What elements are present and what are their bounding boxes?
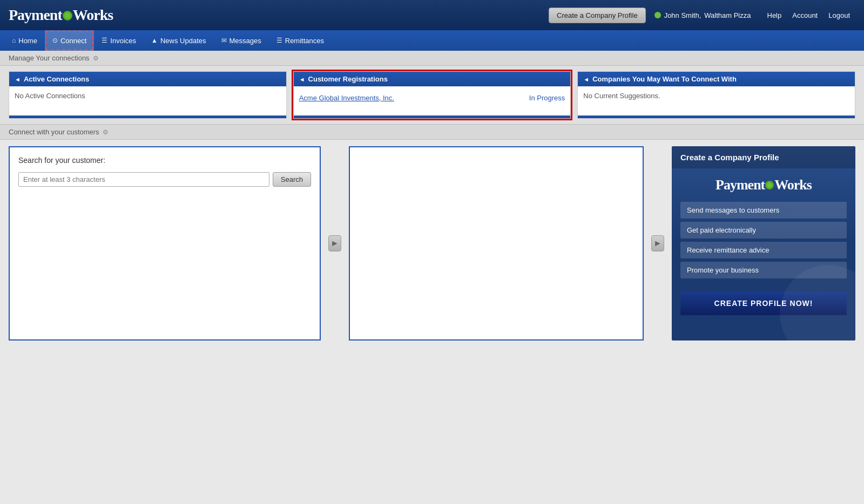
active-connections-footer: [9, 115, 286, 118]
feature-item-payments[interactable]: Get paid electronically: [680, 222, 847, 239]
search-row: Search: [18, 172, 311, 187]
panel-arrow-icon: ◄: [15, 76, 21, 83]
active-connections-header: ◄ Active Connections: [9, 72, 286, 86]
header-right: Create a Company Profile John Smith, Wal…: [549, 8, 855, 23]
active-connections-panel: ◄ Active Connections No Active Connectio…: [9, 71, 287, 119]
panel-arrow-icon-3: ◄: [583, 76, 589, 83]
nav-item-invoices[interactable]: ☰ Invoices: [94, 30, 144, 51]
news-icon: ▲: [151, 37, 158, 44]
logo: PaymentWorks: [9, 6, 113, 24]
registration-row: Acme Global Investments, Inc. In Progres…: [299, 92, 565, 104]
connect-icon: ⊙: [52, 37, 58, 44]
account-link[interactable]: Account: [787, 9, 823, 22]
connect-customers-title: Connect with your customers: [9, 128, 99, 136]
active-connections-empty: No Active Connections: [15, 92, 85, 100]
user-name: John Smith,: [664, 11, 701, 19]
subheader-info-icon: ⚙: [93, 55, 99, 62]
middle-panel: [349, 146, 644, 340]
active-connections-body: No Active Connections: [9, 86, 286, 113]
nav-item-messages[interactable]: ✉ Messages: [214, 30, 269, 51]
feature-item-messages[interactable]: Send messages to customers: [680, 202, 847, 219]
home-icon: ⌂: [12, 37, 16, 44]
active-connections-title: Active Connections: [24, 75, 89, 83]
feature-item-remittance[interactable]: Receive remittance advice: [680, 242, 847, 258]
suggestions-body: No Current Suggestions.: [578, 86, 855, 113]
nav-label-connect: Connect: [60, 37, 86, 45]
logo-o-icon: [63, 11, 72, 21]
connect-customers-subheader: Connect with your customers ⚙: [0, 124, 864, 140]
nav-item-connect[interactable]: ⊙ Connect: [45, 30, 94, 51]
header-links: Help Account Logout: [762, 9, 856, 22]
profile-logo-o-icon: [765, 181, 774, 189]
help-link[interactable]: Help: [762, 9, 787, 22]
search-to-middle-arrow-container: ►: [327, 146, 342, 340]
header: PaymentWorks Create a Company Profile Jo…: [0, 0, 864, 30]
search-panel: Search for your customer: Search: [9, 146, 321, 340]
nav-label-news-updates: News Updates: [160, 37, 206, 45]
middle-to-profile-arrow-container: ►: [650, 146, 665, 340]
connect-customers-icon: ⚙: [103, 128, 109, 136]
customer-registrations-body: Acme Global Investments, Inc. In Progres…: [294, 86, 571, 113]
suggestions-footer: [578, 115, 855, 118]
nav-label-messages: Messages: [230, 37, 261, 45]
manage-connections-title: Manage Your connections: [9, 54, 90, 62]
invoices-icon: ☰: [102, 37, 107, 44]
nav-item-home[interactable]: ⌂ Home: [4, 30, 45, 51]
nav-item-news-updates[interactable]: ▲ News Updates: [144, 30, 213, 51]
feature-item-promote[interactable]: Promote your business: [680, 262, 847, 278]
profile-panel-title: Create a Company Profile: [680, 153, 779, 162]
next-arrow-button[interactable]: ►: [328, 235, 341, 251]
nav-label-invoices: Invoices: [110, 37, 136, 45]
customer-search-input[interactable]: [18, 172, 269, 187]
profile-panel-header: Create a Company Profile: [672, 146, 855, 168]
remittances-icon: ☰: [276, 37, 282, 44]
next-arrow-button-2[interactable]: ►: [651, 235, 664, 251]
create-profile-now-button[interactable]: CREATE PROFILE NOW!: [680, 291, 847, 315]
customer-registrations-title: Customer Registrations: [308, 75, 388, 83]
suggestions-panel: ◄ Companies You May Want To Connect With…: [577, 71, 855, 119]
connections-section: ◄ Active Connections No Active Connectio…: [0, 66, 864, 124]
registration-status-badge: In Progress: [529, 94, 565, 102]
profile-features: Send messages to customers Get paid elec…: [672, 202, 855, 287]
nav-bar: ⌂ Home ⊙ Connect ☰ Invoices ▲ News Updat…: [0, 30, 864, 51]
customer-registrations-header: ◄ Customer Registrations: [294, 72, 571, 86]
suggestions-header: ◄ Companies You May Want To Connect With: [578, 72, 855, 86]
suggestions-title: Companies You May Want To Connect With: [592, 75, 737, 83]
suggestions-empty: No Current Suggestions.: [583, 92, 660, 100]
nav-label-home: Home: [18, 37, 37, 45]
user-info: John Smith, Waltham Pizza: [654, 11, 751, 19]
search-panel-title: Search for your customer:: [18, 156, 311, 165]
manage-connections-subheader: Manage Your connections ⚙: [0, 51, 864, 66]
user-company: Waltham Pizza: [704, 11, 751, 19]
main-content: Search for your customer: Search ► ► Cre…: [0, 140, 864, 347]
create-company-profile-button[interactable]: Create a Company Profile: [549, 8, 646, 23]
user-status-icon: [654, 12, 661, 18]
profile-logo: PaymentWorks: [716, 177, 812, 193]
profile-logo-area: PaymentWorks: [672, 168, 855, 202]
customer-registrations-panel: ◄ Customer Registrations Acme Global Inv…: [293, 71, 571, 119]
logout-link[interactable]: Logout: [823, 9, 855, 22]
messages-icon: ✉: [221, 37, 227, 44]
search-button[interactable]: Search: [273, 172, 311, 187]
acme-company-link[interactable]: Acme Global Investments, Inc.: [299, 94, 394, 102]
profile-panel: Create a Company Profile PaymentWorks Se…: [672, 146, 855, 340]
nav-item-remittances[interactable]: ☰ Remittances: [269, 30, 332, 51]
customer-registrations-footer: [294, 115, 571, 118]
panel-arrow-icon-2: ◄: [299, 76, 305, 83]
nav-label-remittances: Remittances: [285, 37, 324, 45]
